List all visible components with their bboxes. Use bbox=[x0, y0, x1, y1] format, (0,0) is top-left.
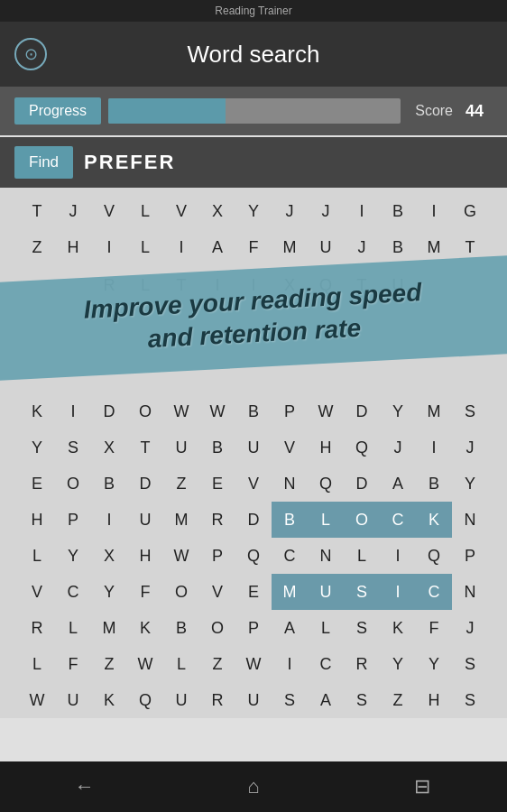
grid-cell[interactable]: W bbox=[163, 393, 199, 429]
grid-cell[interactable]: P bbox=[55, 502, 91, 538]
grid-cell[interactable]: T bbox=[163, 267, 199, 303]
grid-cell[interactable]: T bbox=[452, 229, 488, 265]
grid-cell[interactable]: P bbox=[235, 610, 272, 646]
grid-cell-O[interactable]: O bbox=[344, 502, 380, 538]
grid-cell[interactable]: T bbox=[19, 193, 55, 229]
grid-cell[interactable]: B bbox=[199, 429, 235, 466]
grid-cell[interactable]: C bbox=[55, 574, 91, 610]
grid-cell[interactable]: R bbox=[344, 646, 380, 682]
grid-cell[interactable]: Z bbox=[19, 229, 55, 265]
grid-cell[interactable]: A bbox=[380, 466, 416, 502]
grid-cell[interactable]: J bbox=[452, 610, 488, 646]
grid-cell[interactable]: S bbox=[452, 682, 488, 718]
grid-cell[interactable]: L bbox=[127, 229, 163, 265]
grid-cell[interactable]: W bbox=[163, 538, 199, 574]
grid-cell[interactable]: Y bbox=[380, 646, 416, 682]
grid-cell[interactable]: I bbox=[163, 229, 199, 265]
grid-cell[interactable]: J bbox=[380, 429, 416, 466]
grid-cell[interactable]: I bbox=[91, 502, 127, 538]
grid-cell[interactable]: F bbox=[416, 610, 452, 646]
grid-cell-S[interactable]: S bbox=[344, 574, 380, 610]
grid-cell[interactable]: Y bbox=[452, 466, 488, 502]
grid-cell[interactable]: W bbox=[235, 646, 272, 682]
back-button[interactable] bbox=[58, 769, 112, 805]
grid-cell[interactable]: Z bbox=[380, 682, 416, 718]
grid-cell[interactable]: Y bbox=[91, 574, 127, 610]
grid-cell[interactable]: H bbox=[55, 229, 91, 265]
grid-cell[interactable]: V bbox=[91, 193, 127, 229]
grid-cell[interactable]: J bbox=[55, 193, 91, 229]
home-button[interactable] bbox=[226, 769, 281, 805]
grid-cell[interactable]: J bbox=[308, 193, 344, 229]
grid-cell[interactable]: I bbox=[199, 267, 235, 303]
grid-cell[interactable]: Q bbox=[344, 429, 380, 466]
grid-cell[interactable]: H bbox=[308, 429, 344, 466]
grid-cell[interactable]: W bbox=[199, 393, 235, 429]
grid-cell[interactable]: B bbox=[380, 229, 416, 265]
grid-cell[interactable]: W bbox=[308, 393, 344, 429]
grid-cell-U[interactable]: U bbox=[308, 574, 344, 610]
grid-cell-I[interactable]: I bbox=[380, 574, 416, 610]
grid-cell[interactable]: M bbox=[416, 393, 452, 429]
grid-cell[interactable]: E bbox=[199, 466, 235, 502]
grid-cell[interactable]: E bbox=[235, 574, 272, 610]
grid-cell[interactable]: H bbox=[19, 502, 55, 538]
grid-cell[interactable]: Q bbox=[308, 466, 344, 502]
grid-cell[interactable]: I bbox=[272, 646, 308, 682]
grid-cell[interactable]: D bbox=[344, 393, 380, 429]
grid-cell[interactable]: F bbox=[55, 646, 91, 682]
grid-cell[interactable]: Q bbox=[308, 267, 344, 303]
grid-cell[interactable]: V bbox=[19, 574, 55, 610]
apps-button[interactable] bbox=[395, 769, 449, 805]
grid-cell[interactable]: H bbox=[127, 538, 163, 574]
grid-cell[interactable]: T bbox=[127, 429, 163, 466]
grid-cell[interactable]: Q bbox=[416, 538, 452, 574]
grid-cell[interactable]: Q bbox=[235, 538, 272, 574]
grid-cell[interactable]: N bbox=[452, 502, 488, 538]
grid-cell[interactable]: V bbox=[272, 429, 308, 466]
grid-cell-K[interactable]: K bbox=[416, 502, 452, 538]
grid-cell[interactable]: P bbox=[199, 538, 235, 574]
grid-cell[interactable]: L bbox=[308, 610, 344, 646]
grid-cell[interactable]: Z bbox=[91, 646, 127, 682]
grid-cell[interactable]: U bbox=[55, 682, 91, 718]
grid-cell[interactable]: H bbox=[416, 682, 452, 718]
grid-cell[interactable]: I bbox=[344, 193, 380, 229]
grid-cell[interactable]: J bbox=[272, 193, 308, 229]
grid-cell[interactable]: A bbox=[199, 229, 235, 265]
grid-cell[interactable]: O bbox=[163, 574, 199, 610]
grid-cell[interactable]: X bbox=[199, 193, 235, 229]
grid-cell[interactable]: D bbox=[91, 393, 127, 429]
grid-cell[interactable]: Y bbox=[235, 193, 272, 229]
grid-cell-C2[interactable]: C bbox=[416, 574, 452, 610]
grid-cell[interactable]: U bbox=[163, 429, 199, 466]
grid-cell[interactable]: N bbox=[272, 466, 308, 502]
grid-cell[interactable]: X bbox=[91, 538, 127, 574]
grid-cell-L[interactable]: L bbox=[308, 502, 344, 538]
grid-cell[interactable]: I bbox=[380, 538, 416, 574]
grid-cell[interactable]: L bbox=[55, 610, 91, 646]
grid-cell[interactable]: R bbox=[199, 682, 235, 718]
grid-cell[interactable]: K bbox=[380, 610, 416, 646]
grid-cell[interactable]: I bbox=[91, 229, 127, 265]
grid-cell[interactable]: K bbox=[127, 610, 163, 646]
grid-cell-B[interactable]: B bbox=[272, 502, 308, 538]
grid-cell[interactable]: S bbox=[344, 682, 380, 718]
grid-cell[interactable]: P bbox=[272, 393, 308, 429]
grid-cell[interactable]: U bbox=[235, 429, 272, 466]
grid-cell[interactable]: V bbox=[199, 574, 235, 610]
grid-cell[interactable]: Z bbox=[163, 466, 199, 502]
grid-cell[interactable]: X bbox=[272, 267, 308, 303]
grid-cell[interactable]: U bbox=[380, 267, 416, 303]
grid-cell[interactable]: T bbox=[344, 267, 380, 303]
grid-cell[interactable]: X bbox=[91, 429, 127, 466]
grid-cell[interactable]: I bbox=[416, 429, 452, 466]
grid-cell[interactable]: L bbox=[127, 267, 163, 303]
grid-cell[interactable]: G bbox=[452, 193, 488, 229]
grid-cell[interactable]: K bbox=[19, 393, 55, 429]
grid-cell[interactable]: Y bbox=[416, 646, 452, 682]
grid-cell[interactable]: Z bbox=[199, 646, 235, 682]
grid-cell[interactable]: R bbox=[19, 610, 55, 646]
grid-cell[interactable]: Y bbox=[380, 393, 416, 429]
grid-cell[interactable]: B bbox=[416, 466, 452, 502]
